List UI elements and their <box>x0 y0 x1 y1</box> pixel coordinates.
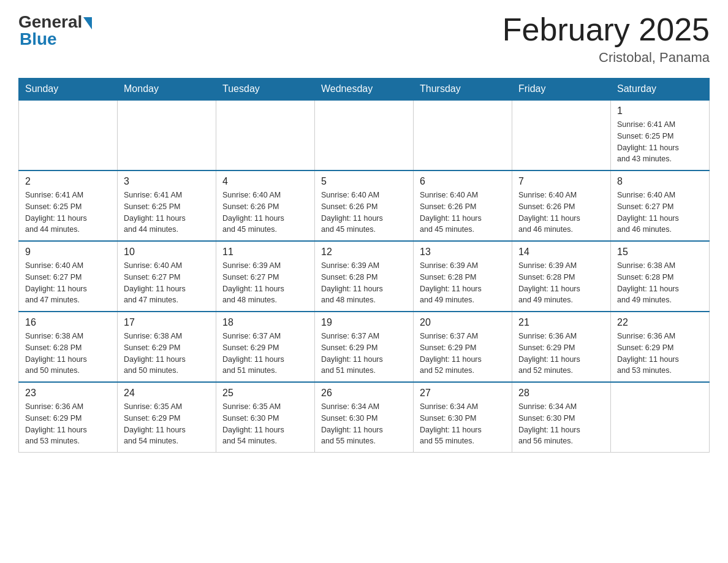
calendar-cell: 27Sunrise: 6:34 AMSunset: 6:30 PMDayligh… <box>414 382 512 453</box>
day-info: Sunrise: 6:37 AMSunset: 6:29 PMDaylight:… <box>222 331 308 377</box>
day-number: 10 <box>124 247 210 258</box>
calendar-cell: 4Sunrise: 6:40 AMSunset: 6:26 PMDaylight… <box>216 170 315 241</box>
day-info: Sunrise: 6:36 AMSunset: 6:29 PMDaylight:… <box>25 401 111 447</box>
calendar-cell <box>216 100 315 170</box>
title-section: February 2025 Cristobal, Panama <box>502 12 710 66</box>
day-info: Sunrise: 6:39 AMSunset: 6:28 PMDaylight:… <box>518 260 604 306</box>
calendar-cell: 23Sunrise: 6:36 AMSunset: 6:29 PMDayligh… <box>19 382 118 453</box>
day-info: Sunrise: 6:38 AMSunset: 6:28 PMDaylight:… <box>25 331 111 377</box>
day-number: 18 <box>222 317 308 328</box>
calendar-cell: 10Sunrise: 6:40 AMSunset: 6:27 PMDayligh… <box>118 241 216 312</box>
calendar-cell <box>315 100 414 170</box>
calendar-cell: 25Sunrise: 6:35 AMSunset: 6:30 PMDayligh… <box>216 382 315 453</box>
calendar-cell <box>118 100 216 170</box>
location: Cristobal, Panama <box>502 50 710 66</box>
calendar-cell: 26Sunrise: 6:34 AMSunset: 6:30 PMDayligh… <box>315 382 414 453</box>
day-info: Sunrise: 6:35 AMSunset: 6:30 PMDaylight:… <box>222 401 308 447</box>
calendar-cell: 3Sunrise: 6:41 AMSunset: 6:25 PMDaylight… <box>118 170 216 241</box>
day-number: 24 <box>124 388 210 399</box>
day-info: Sunrise: 6:41 AMSunset: 6:25 PMDaylight:… <box>124 190 210 236</box>
day-number: 13 <box>420 247 506 258</box>
day-number: 12 <box>321 247 407 258</box>
calendar-cell: 5Sunrise: 6:40 AMSunset: 6:26 PMDaylight… <box>315 170 414 241</box>
day-number: 8 <box>617 176 703 187</box>
day-number: 15 <box>617 247 703 258</box>
calendar-cell: 13Sunrise: 6:39 AMSunset: 6:28 PMDayligh… <box>414 241 512 312</box>
day-info: Sunrise: 6:38 AMSunset: 6:29 PMDaylight:… <box>124 331 210 377</box>
day-number: 7 <box>518 176 604 187</box>
day-number: 23 <box>25 388 111 399</box>
calendar-header-row: SundayMondayTuesdayWednesdayThursdayFrid… <box>19 79 710 101</box>
day-info: Sunrise: 6:36 AMSunset: 6:29 PMDaylight:… <box>518 331 604 377</box>
day-number: 25 <box>222 388 308 399</box>
calendar-cell: 16Sunrise: 6:38 AMSunset: 6:28 PMDayligh… <box>19 312 118 382</box>
day-info: Sunrise: 6:39 AMSunset: 6:27 PMDaylight:… <box>222 260 308 306</box>
calendar-header-friday: Friday <box>512 79 611 101</box>
calendar-cell: 14Sunrise: 6:39 AMSunset: 6:28 PMDayligh… <box>512 241 611 312</box>
day-info: Sunrise: 6:38 AMSunset: 6:28 PMDaylight:… <box>617 260 703 306</box>
day-number: 4 <box>222 176 308 187</box>
day-info: Sunrise: 6:36 AMSunset: 6:29 PMDaylight:… <box>617 331 703 377</box>
calendar-cell: 12Sunrise: 6:39 AMSunset: 6:28 PMDayligh… <box>315 241 414 312</box>
calendar-week-row: 16Sunrise: 6:38 AMSunset: 6:28 PMDayligh… <box>19 312 710 382</box>
day-number: 19 <box>321 317 407 328</box>
calendar-cell <box>611 382 710 453</box>
day-info: Sunrise: 6:39 AMSunset: 6:28 PMDaylight:… <box>420 260 506 306</box>
day-info: Sunrise: 6:41 AMSunset: 6:25 PMDaylight:… <box>617 119 703 165</box>
calendar-cell: 28Sunrise: 6:34 AMSunset: 6:30 PMDayligh… <box>512 382 611 453</box>
day-number: 6 <box>420 176 506 187</box>
day-info: Sunrise: 6:37 AMSunset: 6:29 PMDaylight:… <box>420 331 506 377</box>
calendar-header-sunday: Sunday <box>19 79 118 101</box>
calendar-header-tuesday: Tuesday <box>216 79 315 101</box>
month-title: February 2025 <box>502 12 710 47</box>
day-info: Sunrise: 6:37 AMSunset: 6:29 PMDaylight:… <box>321 331 407 377</box>
day-info: Sunrise: 6:40 AMSunset: 6:26 PMDaylight:… <box>420 190 506 236</box>
day-number: 1 <box>617 105 703 117</box>
calendar-cell <box>19 100 118 170</box>
day-info: Sunrise: 6:39 AMSunset: 6:28 PMDaylight:… <box>321 260 407 306</box>
logo: General Blue <box>18 12 92 49</box>
calendar-table: SundayMondayTuesdayWednesdayThursdayFrid… <box>18 78 710 453</box>
day-info: Sunrise: 6:35 AMSunset: 6:29 PMDaylight:… <box>124 401 210 447</box>
day-info: Sunrise: 6:40 AMSunset: 6:27 PMDaylight:… <box>617 190 703 236</box>
day-number: 11 <box>222 247 308 258</box>
day-number: 27 <box>420 388 506 399</box>
day-number: 26 <box>321 388 407 399</box>
calendar-header-saturday: Saturday <box>611 79 710 101</box>
calendar-week-row: 2Sunrise: 6:41 AMSunset: 6:25 PMDaylight… <box>19 170 710 241</box>
day-info: Sunrise: 6:40 AMSunset: 6:26 PMDaylight:… <box>321 190 407 236</box>
logo-triangle-icon <box>83 17 92 29</box>
calendar-cell <box>512 100 611 170</box>
calendar-cell: 9Sunrise: 6:40 AMSunset: 6:27 PMDaylight… <box>19 241 118 312</box>
calendar-cell: 6Sunrise: 6:40 AMSunset: 6:26 PMDaylight… <box>414 170 512 241</box>
day-number: 21 <box>518 317 604 328</box>
day-number: 22 <box>617 317 703 328</box>
logo-blue-text: Blue <box>20 29 57 49</box>
calendar-cell <box>414 100 512 170</box>
day-number: 17 <box>124 317 210 328</box>
day-info: Sunrise: 6:34 AMSunset: 6:30 PMDaylight:… <box>321 401 407 447</box>
day-number: 5 <box>321 176 407 187</box>
day-info: Sunrise: 6:40 AMSunset: 6:27 PMDaylight:… <box>25 260 111 306</box>
day-info: Sunrise: 6:41 AMSunset: 6:25 PMDaylight:… <box>25 190 111 236</box>
calendar-cell: 21Sunrise: 6:36 AMSunset: 6:29 PMDayligh… <box>512 312 611 382</box>
day-info: Sunrise: 6:40 AMSunset: 6:27 PMDaylight:… <box>124 260 210 306</box>
calendar-week-row: 9Sunrise: 6:40 AMSunset: 6:27 PMDaylight… <box>19 241 710 312</box>
day-info: Sunrise: 6:34 AMSunset: 6:30 PMDaylight:… <box>518 401 604 447</box>
calendar-cell: 20Sunrise: 6:37 AMSunset: 6:29 PMDayligh… <box>414 312 512 382</box>
calendar-header-monday: Monday <box>118 79 216 101</box>
calendar-cell: 18Sunrise: 6:37 AMSunset: 6:29 PMDayligh… <box>216 312 315 382</box>
page-header: General Blue February 2025 Cristobal, Pa… <box>18 12 710 66</box>
calendar-cell: 17Sunrise: 6:38 AMSunset: 6:29 PMDayligh… <box>118 312 216 382</box>
day-number: 2 <box>25 176 111 187</box>
calendar-cell: 15Sunrise: 6:38 AMSunset: 6:28 PMDayligh… <box>611 241 710 312</box>
calendar-cell: 22Sunrise: 6:36 AMSunset: 6:29 PMDayligh… <box>611 312 710 382</box>
calendar-cell: 11Sunrise: 6:39 AMSunset: 6:27 PMDayligh… <box>216 241 315 312</box>
day-info: Sunrise: 6:40 AMSunset: 6:26 PMDaylight:… <box>222 190 308 236</box>
day-number: 3 <box>124 176 210 187</box>
day-number: 28 <box>518 388 604 399</box>
calendar-week-row: 1Sunrise: 6:41 AMSunset: 6:25 PMDaylight… <box>19 100 710 170</box>
day-number: 9 <box>25 247 111 258</box>
day-info: Sunrise: 6:40 AMSunset: 6:26 PMDaylight:… <box>518 190 604 236</box>
day-number: 20 <box>420 317 506 328</box>
